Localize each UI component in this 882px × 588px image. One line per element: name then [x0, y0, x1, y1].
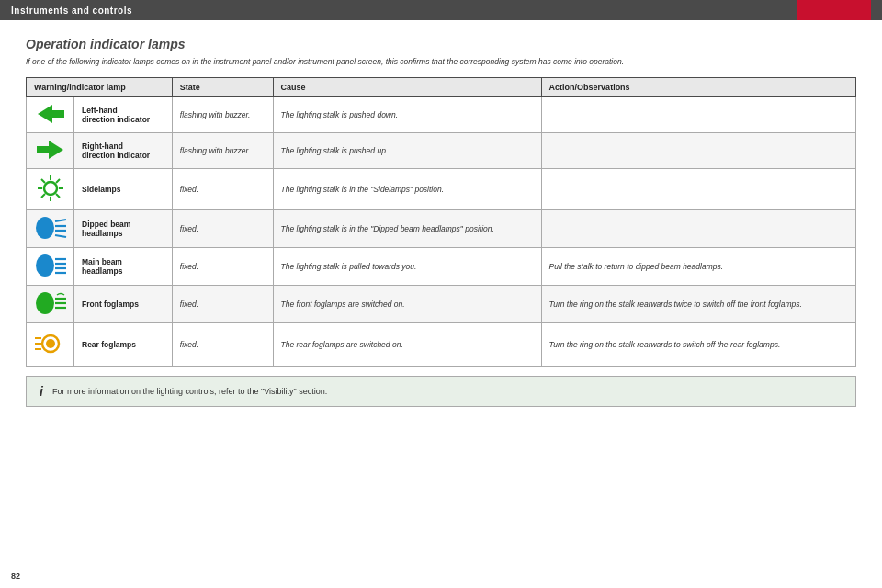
table-row: Front foglampsfixed.The front foglamps a… — [27, 286, 856, 323]
svg-line-10 — [56, 194, 60, 198]
lamp-icon-cell — [27, 248, 74, 286]
lamp-name: Main beamheadlamps — [82, 257, 122, 276]
table-header-row: Warning/indicator lamp State Cause Actio… — [27, 78, 856, 97]
action-cell — [541, 210, 855, 248]
lamp-icon-cell — [27, 286, 74, 323]
svg-marker-2 — [49, 141, 63, 159]
state-cell: fixed. — [172, 248, 273, 286]
state-text: fixed. — [180, 300, 198, 309]
lamp-name-cell: Main beamheadlamps — [74, 248, 173, 286]
section-title: Instruments and controls — [11, 6, 132, 16]
lamp-icon-cell — [27, 133, 74, 169]
lamp-name: Rear foglamps — [82, 340, 136, 349]
cause-text: The rear foglamps are switched on. — [281, 340, 403, 349]
table-row: Rear foglampsfixed.The rear foglamps are… — [27, 323, 856, 367]
lamp-name-cell: Sidelamps — [74, 169, 173, 210]
lamp-icon-cell — [27, 210, 74, 248]
col-header-cause: Cause — [273, 78, 541, 97]
svg-point-18 — [36, 254, 54, 277]
table-row: Right-handdirection indicatorflashing wi… — [27, 133, 856, 169]
state-text: flashing with buzzer. — [180, 110, 251, 119]
action-cell: Turn the ring on the stalk rearwards twi… — [541, 286, 855, 323]
state-cell: fixed. — [172, 169, 273, 210]
cause-cell: The front foglamps are switched on. — [273, 286, 541, 323]
col-header-state: State — [172, 78, 273, 97]
info-text: For more information on the lighting con… — [52, 387, 327, 396]
state-cell: fixed. — [172, 210, 273, 248]
info-icon: i — [40, 384, 43, 399]
action-text: Turn the ring on the stalk rearwards to … — [549, 340, 781, 349]
svg-line-12 — [41, 194, 45, 198]
svg-point-13 — [36, 217, 54, 239]
action-cell — [541, 169, 855, 210]
action-text: Turn the ring on the stalk rearwards twi… — [549, 300, 802, 309]
state-text: fixed. — [180, 340, 198, 349]
action-cell: Pull the stalk to return to dipped beam … — [541, 248, 855, 286]
lamp-name: Left-handdirection indicator — [82, 106, 150, 124]
table-row: Main beamheadlampsfixed.The lighting sta… — [27, 248, 856, 286]
lamp-name: Dipped beamheadlamps — [82, 220, 130, 238]
lamp-name: Front foglamps — [82, 300, 139, 309]
lamp-icon-cell — [27, 97, 74, 133]
svg-line-14 — [55, 220, 66, 221]
cause-text: The front foglamps are switched on. — [281, 300, 405, 309]
svg-point-4 — [44, 182, 57, 195]
state-cell: fixed. — [172, 286, 273, 323]
svg-marker-0 — [38, 105, 52, 123]
cause-cell: The rear foglamps are switched on. — [273, 323, 541, 367]
lamp-name-cell: Front foglamps — [74, 286, 173, 323]
action-text: Pull the stalk to return to dipped beam … — [549, 262, 723, 271]
cause-cell: The lighting stalk is pushed up. — [273, 133, 541, 169]
lamp-name-cell: Right-handdirection indicator — [74, 133, 173, 169]
state-cell: flashing with buzzer. — [172, 133, 273, 169]
lamp-name-cell: Left-handdirection indicator — [74, 97, 173, 133]
table-row: Sidelampsfixed.The lighting stalk is in … — [27, 169, 856, 210]
state-text: flashing with buzzer. — [180, 146, 251, 155]
svg-rect-3 — [37, 146, 49, 153]
state-text: fixed. — [180, 224, 198, 233]
cause-cell: The lighting stalk is pulled towards you… — [273, 248, 541, 286]
svg-point-28 — [46, 339, 55, 348]
state-text: fixed. — [180, 262, 198, 271]
cause-text: The lighting stalk is pulled towards you… — [281, 262, 417, 271]
info-bar: i For more information on the lighting c… — [26, 376, 856, 407]
cause-text: The lighting stalk is pushed down. — [281, 110, 399, 119]
col-header-action: Action/Observations — [541, 78, 855, 97]
page-subtitle: If one of the following indicator lamps … — [26, 57, 856, 66]
state-text: fixed. — [180, 185, 198, 194]
action-cell: Turn the ring on the stalk rearwards to … — [541, 323, 855, 367]
lamp-name: Right-handdirection indicator — [82, 141, 150, 160]
lamp-name-cell: Rear foglamps — [74, 323, 173, 367]
page-title: Operation indicator lamps — [26, 37, 856, 51]
col-header-lamp: Warning/indicator lamp — [27, 78, 173, 97]
cause-text: The lighting stalk is in the "Dipped bea… — [281, 224, 494, 233]
lamp-name: Sidelamps — [82, 185, 121, 194]
state-cell: fixed. — [172, 323, 273, 367]
indicator-lamps-table: Warning/indicator lamp State Cause Actio… — [26, 77, 856, 367]
svg-point-23 — [36, 292, 54, 314]
table-row: Dipped beamheadlampsfixed.The lighting s… — [27, 210, 856, 248]
top-bar: Instruments and controls — [0, 0, 882, 20]
table-row: Left-handdirection indicatorflashing wit… — [27, 97, 856, 133]
cause-cell: The lighting stalk is in the "Sidelamps"… — [273, 169, 541, 210]
lamp-icon-cell — [27, 169, 74, 210]
action-cell — [541, 97, 855, 133]
main-content: Operation indicator lamps If one of the … — [0, 20, 882, 416]
lamp-name-cell: Dipped beamheadlamps — [74, 210, 173, 248]
svg-line-17 — [55, 235, 66, 237]
cause-cell: The lighting stalk is pushed down. — [273, 97, 541, 133]
action-cell — [541, 133, 855, 169]
accent-block — [797, 0, 871, 20]
svg-line-9 — [41, 179, 45, 183]
cause-text: The lighting stalk is in the "Sidelamps"… — [281, 185, 445, 194]
lamp-icon-cell — [27, 323, 74, 367]
cause-cell: The lighting stalk is in the "Dipped bea… — [273, 210, 541, 248]
cause-text: The lighting stalk is pushed up. — [281, 146, 389, 155]
state-cell: flashing with buzzer. — [172, 97, 273, 133]
svg-rect-1 — [52, 110, 64, 118]
page-number: 82 — [11, 571, 20, 581]
svg-line-11 — [56, 179, 60, 183]
